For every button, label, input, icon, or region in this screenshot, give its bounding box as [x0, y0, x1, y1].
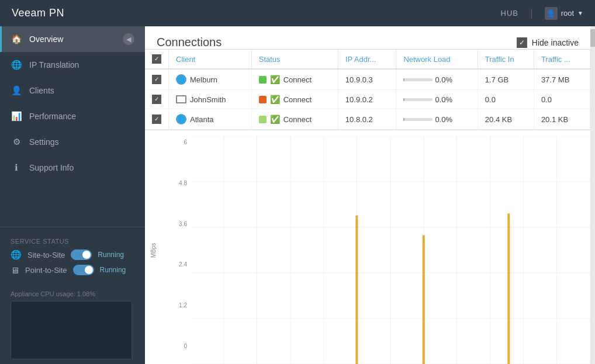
col-header-client: Client	[169, 50, 252, 69]
table-row: JohnSmith✅Connect10.9.0.20.0%0.00.0	[145, 90, 590, 109]
row-checkbox-0[interactable]	[152, 75, 161, 84]
ip-cell: 10.9.0.3	[338, 69, 396, 90]
topbar-right: HUB | 👤 root ▼	[501, 7, 583, 20]
bar-fill	[403, 98, 404, 101]
chart-spike-2b	[424, 240, 425, 364]
sidebar-item-label: IP Translation	[29, 60, 79, 70]
hide-inactive-checkbox[interactable]	[517, 37, 527, 48]
table-row: 🌐Melburn✅Connect10.9.0.30.0%1.7 GB37.7 M…	[145, 69, 590, 90]
traffic-out-cell: 37.7 MB	[534, 69, 590, 90]
status-cell: ✅Connect	[259, 95, 331, 104]
network-load-value: 0.0%	[435, 75, 452, 84]
row-checkbox-1[interactable]	[152, 95, 161, 104]
network-load-bar: 0.0%	[403, 95, 470, 104]
performance-icon: 📊	[11, 110, 22, 122]
user-menu[interactable]: 👤 root ▼	[545, 7, 583, 20]
globe-icon: 🌐	[176, 74, 186, 85]
overview-icon: 🏠	[11, 33, 22, 45]
traffic-out-cell: 0.0	[534, 90, 590, 109]
user-label: root	[561, 9, 574, 18]
scrollbar-thumb[interactable]	[590, 29, 595, 47]
service-status-title: Service Status	[11, 238, 134, 245]
select-all-checkbox[interactable]	[152, 54, 161, 64]
client-name: Atlanta	[190, 115, 213, 124]
sidebar-item-label: Performance	[29, 112, 76, 121]
ip-cell: 10.9.0.2	[338, 90, 396, 109]
site-to-site-icon: 🌐	[11, 249, 22, 260]
connections-table-container: Client Status IP Addr... Network Load Tr…	[145, 50, 590, 130]
cpu-section: Appliance CPU usage: 1.08%	[0, 286, 145, 364]
network-load-value: 0.0%	[435, 95, 452, 104]
chart-spike-3b	[508, 219, 510, 364]
col-header-status: Status	[251, 50, 338, 69]
client-cell: JohnSmith	[176, 95, 244, 104]
status-label: Connect	[283, 75, 312, 84]
connect-icon: ✅	[270, 95, 280, 104]
sidebar-item-support-info[interactable]: ℹ Support Info	[0, 155, 145, 181]
hide-inactive-control[interactable]: Hide inactive	[517, 37, 579, 48]
sidebar-nav: 🏠 Overview ◀ 🌐 IP Translation 👤 Clients …	[0, 26, 145, 222]
sidebar-item-ip-translation[interactable]: 🌐 IP Translation	[0, 52, 145, 78]
connections-title-row: Connections Hide inactive	[157, 36, 579, 49]
sidebar-item-settings[interactable]: ⚙ Settings	[0, 129, 145, 155]
chart-svg-container: 13:05:0013:10:0013:15:0013:20:0013:25:00…	[191, 136, 590, 364]
connections-table: Client Status IP Addr... Network Load Tr…	[145, 50, 590, 130]
sidebar-collapse-btn[interactable]: ◀	[123, 33, 134, 45]
chevron-down-icon: ▼	[577, 10, 583, 16]
ip-cell: 10.8.0.2	[338, 109, 396, 130]
service-item-site-to-site: 🌐 Site-to-Site Running	[11, 249, 134, 260]
connections-title: Connections	[157, 36, 222, 49]
service-item-label: Site-to-Site	[27, 251, 65, 259]
status-color-box	[259, 76, 267, 84]
sidebar-item-overview[interactable]: 🏠 Overview ◀	[0, 26, 145, 52]
network-load-cell: 0.0%	[396, 109, 478, 130]
ip-translation-icon: 🌐	[11, 59, 22, 71]
service-item-point-to-site: 🖥 Point-to-Site Running	[11, 265, 134, 275]
status-color-box	[259, 96, 267, 103]
hub-label[interactable]: HUB	[501, 9, 518, 18]
point-to-site-status: Running	[100, 266, 126, 274]
bar-fill	[403, 118, 404, 121]
row-checkbox-2[interactable]	[152, 115, 161, 124]
col-header-traffic-in: Traffic In	[478, 50, 534, 69]
network-load-bar: 0.0%	[403, 75, 470, 84]
topbar-divider: |	[530, 7, 533, 19]
chart-y-unit-label: MBps	[151, 242, 157, 258]
col-header-ip: IP Addr...	[338, 50, 396, 69]
network-load-cell: 0.0%	[396, 90, 478, 109]
sidebar-item-label: Clients	[29, 86, 54, 95]
sidebar-item-label: Overview	[29, 34, 63, 44]
bar-fill	[403, 78, 404, 81]
sidebar-item-label: Support Info	[29, 163, 74, 172]
status-cell: ✅Connect	[259, 75, 331, 84]
sidebar-item-performance[interactable]: 📊 Performance	[0, 103, 145, 129]
status-color-box	[259, 116, 267, 123]
traffic-in-cell: 20.4 KB	[478, 109, 534, 130]
network-load-value: 0.0%	[435, 115, 452, 124]
connections-header: Connections Hide inactive	[145, 26, 590, 50]
table-row: 🌐Atlanta✅Connect10.8.0.20.0%20.4 KB20.1 …	[145, 109, 590, 130]
traffic-in-cell: 1.7 GB	[478, 69, 534, 90]
site-to-site-toggle[interactable]	[71, 249, 92, 260]
point-to-site-toggle[interactable]	[73, 265, 94, 275]
col-header-traffic-out: Traffic ...	[534, 50, 590, 69]
network-load-bar: 0.0%	[403, 115, 470, 124]
network-load-cell: 0.0%	[396, 69, 478, 90]
topbar: Veeam PN HUB | 👤 root ▼	[0, 0, 595, 26]
chart-y-label: 4.8	[179, 180, 187, 186]
client-name: Melburn	[190, 75, 217, 84]
cpu-chart	[11, 301, 132, 359]
col-header-network-load: Network Load	[396, 50, 478, 69]
chart-y-axis: 64.83.62.41.20	[162, 136, 191, 364]
sidebar-item-clients[interactable]: 👤 Clients	[0, 78, 145, 103]
site-to-site-status: Running	[98, 251, 124, 259]
traffic-out-cell: 20.1 KB	[534, 109, 590, 130]
col-header-check[interactable]	[145, 50, 169, 69]
chart-y-label: 2.4	[179, 261, 187, 268]
client-cell: 🌐Melburn	[176, 74, 244, 85]
bar-bg	[403, 98, 433, 101]
chart-spike-1b	[357, 220, 358, 364]
vertical-scrollbar[interactable]	[590, 26, 595, 364]
bar-bg	[403, 118, 433, 121]
chart-y-label: 0	[184, 343, 187, 349]
